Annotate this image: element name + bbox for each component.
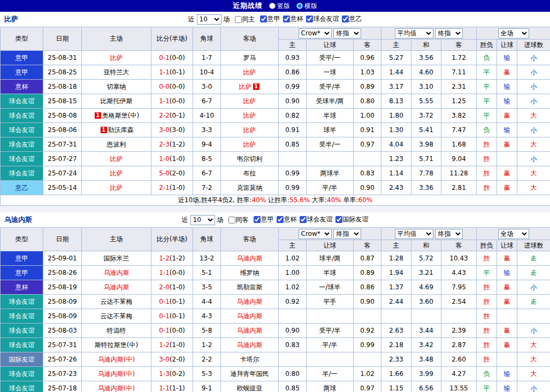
matches-body: 意甲25-09-01国际米兰1-2(1-2)13-2乌迪内斯1.02球半/两0.… <box>1 251 550 392</box>
score-cell: 0-1(0-1) <box>151 309 193 324</box>
avg-draw: 3.36 <box>411 181 441 195</box>
odds-company-select[interactable]: Crow* <box>299 28 332 39</box>
score-cell: 2-2(0-1) <box>151 109 193 123</box>
league-checkbox[interactable] <box>277 216 284 223</box>
match-type: 意杯 <box>1 280 43 295</box>
home-team-cell: 乌迪内斯 <box>82 280 151 295</box>
recent-count-select[interactable]: 10 <box>197 14 221 25</box>
match-type: 球会友谊 <box>1 152 43 166</box>
match-type: 球会友谊 <box>1 367 43 381</box>
league-filter[interactable]: 国际友谊 <box>333 215 369 224</box>
league-checkbox[interactable] <box>342 16 349 22</box>
avg-draw: 3.48 <box>411 352 441 367</box>
same-venue-filter[interactable]: 同客 <box>226 216 249 225</box>
league-filter[interactable]: 意甲 <box>257 14 280 24</box>
league-checkbox[interactable] <box>300 216 307 223</box>
result-goals: 大 <box>517 137 550 152</box>
avg-home: 1.66 <box>381 367 411 381</box>
match-date: 25-08-06 <box>43 123 82 137</box>
result-wdl: 平 <box>477 109 497 123</box>
team-label: 乌迪内斯 <box>237 341 263 349</box>
odds-time-select[interactable]: 终指 <box>333 229 361 239</box>
avg-away: 4.27 <box>441 367 477 381</box>
odds-handicap: 一球 <box>307 65 354 80</box>
result-wdl: 胜 <box>477 181 497 195</box>
team-label: 比斯托伊斯 <box>101 97 133 105</box>
team-label: 特温特 <box>107 327 126 334</box>
avg-away: 1.25 <box>441 94 477 109</box>
same-venue-filter[interactable]: 同主 <box>232 15 255 24</box>
avg-time-select[interactable]: 终指 <box>435 28 463 39</box>
vertical-layout-radio[interactable] <box>269 3 276 9</box>
fulltime-score: 5-0 <box>159 170 170 177</box>
corners-cell: 5-1 <box>193 266 221 280</box>
layout-option-horizontal[interactable]: 横版 <box>296 2 317 11</box>
same-venue-checkbox[interactable] <box>228 217 235 224</box>
col-score-header: 比分(半场) <box>151 228 193 251</box>
avg-away: 2.31 <box>441 80 477 94</box>
league-checkbox[interactable] <box>306 16 313 22</box>
avg-away: 2.54 <box>441 295 477 309</box>
odds-away <box>354 152 381 166</box>
odds-handicap <box>307 352 354 367</box>
odds-time-select[interactable]: 终指 <box>333 28 361 39</box>
result-goals: 小 <box>517 280 550 295</box>
league-checkbox[interactable] <box>254 216 261 223</box>
result-wdl: 胜 <box>477 137 497 152</box>
away-team-cell: 布拉 <box>221 166 279 181</box>
match-row: 球会友谊25-07-23乌迪内斯(中)1-3(0-2)5-3迪拜青年国民0.80… <box>1 367 550 381</box>
avg-draw: 4.69 <box>411 280 441 295</box>
fulltime-score: 0-1 <box>159 312 170 320</box>
halftime-score: (0-1) <box>170 68 185 76</box>
same-venue-checkbox[interactable] <box>235 16 242 23</box>
league-filter[interactable]: 意乙 <box>339 14 362 24</box>
horizontal-layout-radio[interactable] <box>296 3 303 9</box>
sub-handicap-header: 让球 <box>307 240 354 251</box>
league-checkbox[interactable] <box>260 16 267 22</box>
team-name: 比萨 <box>4 14 18 24</box>
odds-home: 0.85 <box>279 137 307 152</box>
odds-company-select[interactable]: Crow* <box>299 229 332 239</box>
team-label: 乌迪内斯(中) <box>98 385 135 392</box>
avg-time-select[interactable]: 终指 <box>435 229 463 239</box>
result-goals: 大 <box>517 109 550 123</box>
col-away-header: 客场 <box>221 27 279 51</box>
scope-select[interactable]: 全场 <box>498 229 529 239</box>
result-handicap: 输 <box>497 367 517 381</box>
result-goals: 大 <box>517 166 550 181</box>
team-label: 切塞纳 <box>107 83 126 90</box>
avg-group-header: 平均值 终指 <box>381 228 477 240</box>
league-filter[interactable]: 意杯 <box>274 215 297 224</box>
odds-away: 1.02 <box>354 367 381 381</box>
score-cell: 1-1(0-0) <box>151 266 193 280</box>
team-label: 乌迪内斯 <box>104 283 129 291</box>
layout-option-vertical[interactable]: 竖版 <box>269 2 290 11</box>
home-team-cell: 乌迪内斯(中) <box>82 381 151 392</box>
odds-away: 0.87 <box>354 251 381 266</box>
odds-handicap: 半球 <box>307 109 354 123</box>
league-filter[interactable]: 球会友谊 <box>297 215 333 224</box>
league-filter[interactable]: 球会友谊 <box>303 14 339 24</box>
away-team-cell: 乌迪内斯 <box>221 251 279 266</box>
league-checkbox[interactable] <box>283 16 290 22</box>
league-filter[interactable]: 意甲 <box>251 215 274 224</box>
score-cell: 1-0(1-0) <box>151 152 193 166</box>
away-team-cell: 卡塔尔 <box>221 352 279 367</box>
recent-count-select[interactable]: 10 <box>190 215 215 225</box>
match-type: 意甲 <box>1 65 43 80</box>
avg-type-select[interactable]: 平均值 <box>395 28 433 39</box>
odds-away: 1.03 <box>354 65 381 80</box>
odds-home: 0.91 <box>279 123 307 137</box>
halftime-score: (1-2) <box>170 255 185 262</box>
avg-type-select[interactable]: 平均值 <box>395 229 433 239</box>
home-team-cell: 恩波利 <box>82 137 151 152</box>
scope-select[interactable]: 全场 <box>498 28 529 39</box>
fulltime-score: 2-3 <box>159 141 170 148</box>
result-handicap: 赢 <box>497 251 517 266</box>
match-row: 意甲25-08-25亚特兰大1-1(0-1)10-4比萨0.86一球1.031.… <box>1 65 550 80</box>
league-checkbox[interactable] <box>335 216 342 223</box>
matches-table: 类型 日期 主场 比分(半场) 角球 客场 Crow* 终指 平均值 终指 <box>0 227 550 392</box>
result-handicap: 输 <box>497 80 517 94</box>
avg-home: 3.17 <box>381 80 411 94</box>
league-filter[interactable]: 意杯 <box>280 14 303 24</box>
